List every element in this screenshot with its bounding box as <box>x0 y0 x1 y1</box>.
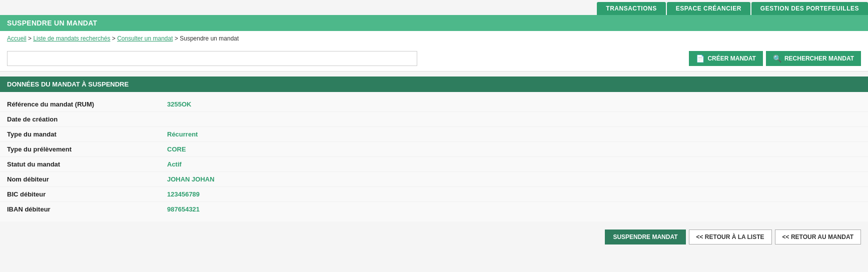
table-row: Type du mandatRécurrent <box>0 127 868 142</box>
bottom-actions: SUSPENDRE MANDAT << RETOUR À LA LISTE <<… <box>0 222 868 252</box>
top-nav: TRANSACTIONS ESPACE CRÉANCIER GESTION DE… <box>0 0 868 15</box>
breadcrumb-current: Suspendre un mandat <box>180 35 239 42</box>
retour-mandat-button[interactable]: << RETOUR AU MANDAT <box>775 230 861 244</box>
table-row: Référence du mandat (RUM)3255OK <box>0 97 868 112</box>
breadcrumb-consulter[interactable]: Consulter un mandat <box>117 35 173 42</box>
table-row: Date de création <box>0 112 868 127</box>
breadcrumb: Accueil > Liste de mandats recherchés > … <box>0 31 868 46</box>
search-bar-area: 📄 CRÉER MANDAT 🔍 RECHERCHER MANDAT <box>0 46 868 72</box>
table-row: Nom débiteurJOHAN JOHAN <box>0 172 868 187</box>
creer-mandat-button[interactable]: 📄 CRÉER MANDAT <box>689 51 762 66</box>
field-value: CORE <box>167 146 186 153</box>
table-row: IBAN débiteur987654321 <box>0 202 868 216</box>
field-label: Date de création <box>7 116 167 123</box>
field-value: 987654321 <box>167 206 200 213</box>
nav-transactions[interactable]: TRANSACTIONS <box>597 2 665 15</box>
creer-icon: 📄 <box>696 54 704 62</box>
retour-liste-button[interactable]: << RETOUR À LA LISTE <box>689 230 772 244</box>
search-input[interactable] <box>7 51 417 66</box>
breadcrumb-accueil[interactable]: Accueil <box>7 35 27 42</box>
table-row: Statut du mandatActif <box>0 157 868 172</box>
page-title: SUSPENDRE UN MANDAT <box>0 15 868 31</box>
field-label: BIC débiteur <box>7 190 167 198</box>
field-value: Actif <box>167 160 182 168</box>
field-label: Statut du mandat <box>7 160 167 168</box>
rechercher-mandat-button[interactable]: 🔍 RECHERCHER MANDAT <box>766 51 861 66</box>
field-label: Type du mandat <box>7 130 167 138</box>
table-row: BIC débiteur123456789 <box>0 187 868 202</box>
suspendre-mandat-button[interactable]: SUSPENDRE MANDAT <box>605 230 685 244</box>
field-value <box>167 116 169 123</box>
nav-gestion-portefeuilles[interactable]: GESTION DES PORTEFEUILLES <box>751 2 868 15</box>
field-value: 3255OK <box>167 100 191 108</box>
breadcrumb-liste[interactable]: Liste de mandats recherchés <box>33 35 110 42</box>
field-label: Type du prélèvement <box>7 146 167 153</box>
field-label: Référence du mandat (RUM) <box>7 100 167 108</box>
field-value: 123456789 <box>167 190 200 198</box>
field-value: JOHAN JOHAN <box>167 176 215 183</box>
field-value: Récurrent <box>167 130 198 138</box>
field-label: IBAN débiteur <box>7 206 167 213</box>
search-icon: 🔍 <box>773 54 781 62</box>
field-label: Nom débiteur <box>7 176 167 183</box>
section-header: DONNÉES DU MANDAT À SUSPENDRE <box>0 76 868 92</box>
data-section: Référence du mandat (RUM)3255OKDate de c… <box>0 92 868 222</box>
table-row: Type du prélèvementCORE <box>0 142 868 157</box>
nav-espace-creancier[interactable]: ESPACE CRÉANCIER <box>667 2 750 15</box>
